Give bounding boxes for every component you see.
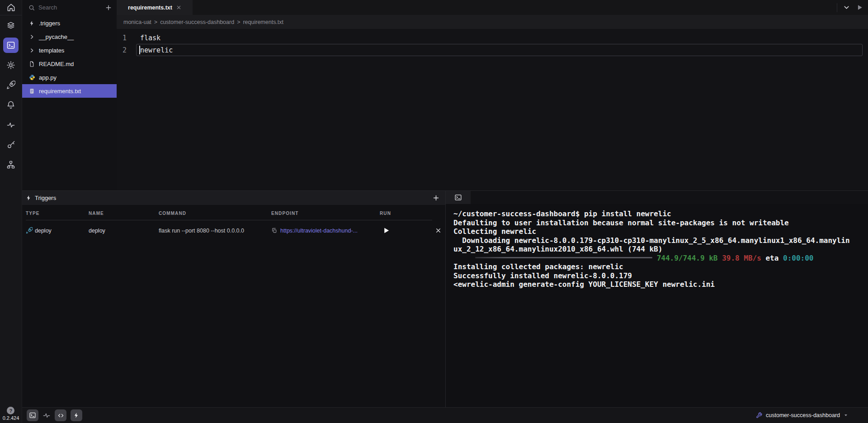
- terminal-icon: [3, 38, 19, 53]
- triggers-panel: Triggers TYPE NAME COMMAND ENDPOINT RUN …: [22, 191, 446, 407]
- bottom-panels: Triggers TYPE NAME COMMAND ENDPOINT RUN …: [22, 190, 868, 407]
- file-item-requirements[interactable]: requirements.txt: [22, 84, 117, 98]
- file-label: app.py: [39, 74, 57, 81]
- file-explorer: .triggers __pycache__ templates README.m…: [22, 0, 117, 190]
- explorer-search-row: [22, 0, 117, 15]
- column-header-command: COMMAND: [159, 211, 271, 216]
- column-header-type: TYPE: [26, 211, 89, 216]
- triggers-table-header: TYPE NAME COMMAND ENDPOINT RUN: [22, 205, 445, 220]
- triggers-title: Triggers: [35, 195, 56, 201]
- activity-toggle-icon[interactable]: [42, 411, 51, 419]
- breadcrumb: monica-uat > customer-success-dashboard …: [117, 15, 868, 29]
- project-selector[interactable]: customer-success-dashboard: [756, 412, 848, 418]
- help-button[interactable]: ?: [7, 407, 14, 414]
- network-button[interactable]: [0, 155, 22, 175]
- file-item-app-py[interactable]: app.py: [22, 71, 117, 84]
- secrets-button[interactable]: [0, 135, 22, 155]
- run-icon[interactable]: [856, 4, 863, 11]
- home-icon: [7, 3, 15, 12]
- topbar-divider: [837, 3, 837, 12]
- settings-button[interactable]: [0, 55, 22, 75]
- lightning-icon: [26, 195, 32, 201]
- trigger-row: deploy deploy flask run --port 8080 --ho…: [22, 220, 445, 241]
- add-trigger-button[interactable]: [432, 194, 440, 202]
- sitemap-icon: [3, 157, 19, 172]
- breadcrumb-segment: monica-uat: [123, 19, 151, 25]
- key-icon: [3, 137, 19, 152]
- breadcrumb-segment: customer-success-dashboard: [160, 19, 234, 25]
- terminal-toggle-button[interactable]: [27, 409, 38, 421]
- editor-pane: requirements.txt monica-uat > customer-s…: [117, 0, 868, 190]
- activity-icon: [3, 117, 19, 133]
- rocket-icon: [3, 77, 19, 93]
- file-item-readme[interactable]: README.md: [22, 57, 117, 71]
- line-number: 2: [117, 46, 127, 54]
- trigger-type: deploy: [35, 228, 52, 234]
- delete-trigger-button[interactable]: [420, 228, 445, 233]
- file-list: .triggers __pycache__ templates README.m…: [22, 15, 117, 98]
- terminal-progress-line: 744.9/744.9 kB 39.8 MB/s eta 0:00:00: [453, 254, 868, 263]
- active-line-highlight: [136, 44, 863, 56]
- bell-icon: [3, 97, 19, 113]
- triggers-header: Triggers: [22, 191, 445, 205]
- notifications-button[interactable]: [0, 95, 22, 115]
- line-text: flask: [140, 34, 160, 42]
- file-label: .triggers: [39, 20, 60, 27]
- folder-label: templates: [39, 47, 64, 54]
- line-number: 1: [117, 34, 127, 42]
- chevron-right-icon: [28, 48, 35, 53]
- terminal-icon: [454, 194, 462, 201]
- terminal-rail-button[interactable]: [0, 35, 22, 55]
- home-button[interactable]: [0, 0, 22, 15]
- caret-down-icon: [844, 413, 848, 418]
- triggers-toggle-button[interactable]: [71, 409, 82, 421]
- wrench-icon: [756, 412, 762, 418]
- progress-speed: 39.8 MB/s: [722, 254, 761, 262]
- trigger-endpoint-cell: https://ultraviolet-dachshund-...: [271, 228, 380, 234]
- packages-icon: [3, 18, 19, 33]
- trigger-type-cell: deploy: [26, 227, 89, 234]
- terminal-line: Collecting newrelic: [453, 227, 868, 236]
- code-editor[interactable]: 1 flask 2 newrelic: [117, 29, 868, 190]
- trigger-command: flask run --port 8080 --host 0.0.0.0: [159, 228, 271, 234]
- file-label: README.md: [39, 61, 74, 67]
- file-icon: [28, 61, 35, 67]
- terminal-line: <ewrelic-admin generate-config YOUR_LICE…: [453, 280, 868, 289]
- progress-completed: 744.9/744.9 kB: [657, 254, 718, 262]
- python-icon: [28, 74, 35, 81]
- statusbar-tools: [27, 409, 82, 421]
- terminal-tab[interactable]: [446, 191, 471, 204]
- chevron-right-icon: [28, 34, 35, 40]
- tab-close-icon[interactable]: [176, 5, 181, 10]
- deploy-button[interactable]: [0, 75, 22, 95]
- code-toggle-button[interactable]: [55, 409, 66, 421]
- terminal-output[interactable]: ~/customer-success-dashboard$ pip instal…: [446, 204, 868, 407]
- column-header-run: RUN: [380, 211, 420, 216]
- copy-icon[interactable]: [271, 228, 277, 233]
- terminal-line: ~/customer-success-dashboard$ pip instal…: [453, 209, 868, 219]
- run-trigger-button[interactable]: [382, 227, 420, 234]
- terminal-line: Successfully installed newrelic-8.0.0.17…: [453, 271, 868, 280]
- tab-strip: requirements.txt: [117, 0, 868, 15]
- column-header-name: NAME: [89, 211, 159, 216]
- terminal-panel: ~/customer-success-dashboard$ pip instal…: [446, 191, 868, 407]
- new-file-button[interactable]: [105, 4, 112, 11]
- project-name: customer-success-dashboard: [766, 412, 840, 418]
- trigger-name: deploy: [89, 228, 159, 234]
- search-input[interactable]: [38, 4, 101, 11]
- endpoint-link[interactable]: https://ultraviolet-dachshund-...: [280, 228, 358, 234]
- activity-button[interactable]: [0, 115, 22, 135]
- deploy-rocket-icon: [26, 227, 33, 234]
- chevron-down-icon[interactable]: [843, 4, 850, 11]
- breadcrumb-separator: >: [237, 19, 240, 25]
- file-item-triggers[interactable]: .triggers: [22, 16, 117, 30]
- lightning-icon: [28, 20, 35, 26]
- folder-item-pycache[interactable]: __pycache__: [22, 30, 117, 43]
- icon-rail: ? 0.2.424: [0, 0, 22, 423]
- packages-button[interactable]: [0, 15, 22, 35]
- folder-label: __pycache__: [39, 33, 74, 40]
- folder-item-templates[interactable]: templates: [22, 43, 117, 57]
- status-bar: customer-success-dashboard: [22, 407, 868, 423]
- progress-bar: [475, 257, 652, 258]
- tab-requirements[interactable]: requirements.txt: [117, 0, 193, 15]
